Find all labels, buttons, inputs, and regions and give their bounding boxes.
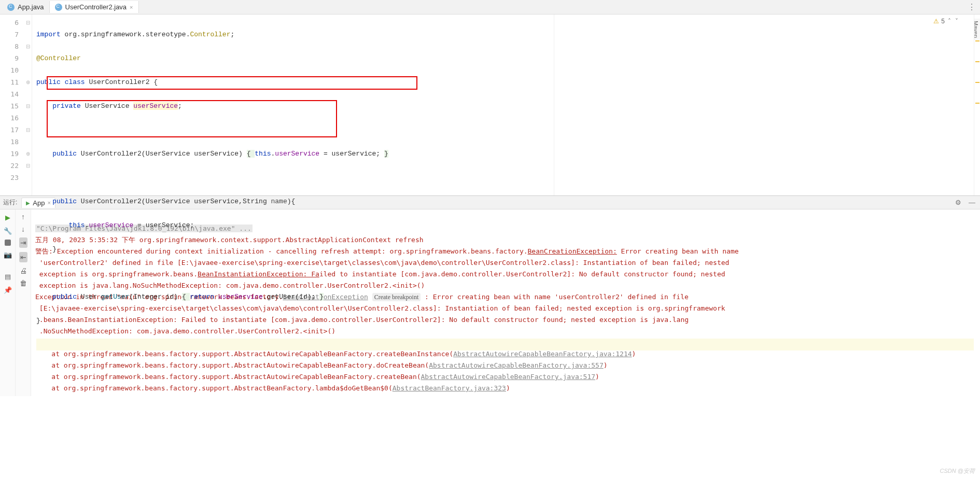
soft-wrap-icon[interactable]: ⇥	[19, 237, 27, 248]
run-label: 运行:	[3, 198, 17, 207]
close-icon[interactable]: ×	[130, 4, 133, 10]
java-class-icon	[7, 4, 15, 11]
scroll-to-end-icon[interactable]: ⇤	[19, 252, 27, 262]
pin-icon[interactable]: 📌	[3, 285, 12, 294]
code-area[interactable]: import org.springframework.stereotype.Co…	[32, 15, 974, 195]
tab-label: App.java	[18, 3, 44, 11]
stop-button[interactable]	[5, 240, 11, 246]
tab-app-java[interactable]: App.java	[2, 1, 50, 13]
code-editor[interactable]: 678 91011 141516 171819 2223 ⊟⊟ ⊕ ⊟ ⊟⊕ ⊟…	[0, 15, 980, 196]
error-stripe[interactable]	[974, 15, 980, 195]
run-toolbar-console: ↑ ↓ ⇥ ⇤ 🖨 🗑	[16, 209, 31, 396]
java-class-icon	[55, 4, 62, 11]
clear-icon[interactable]: 🗑	[20, 279, 27, 287]
prev-highlight-icon[interactable]: ˄	[947, 18, 952, 25]
wrench-icon[interactable]: 🔧	[3, 226, 12, 235]
inspection-badge[interactable]: ⚠ 5 ˄ ˅	[933, 18, 959, 25]
run-toolbar-left: ▶ 🔧 📷 ▤ 📌	[0, 209, 16, 396]
fold-gutter[interactable]: ⊟⊟ ⊕ ⊟ ⊟⊕ ⊟	[24, 15, 32, 195]
tabs-overflow-menu[interactable]: ⋮	[963, 2, 980, 12]
scroll-up-icon[interactable]: ↑	[21, 213, 25, 221]
run-ok-icon: ▶	[26, 200, 30, 206]
camera-icon[interactable]: 📷	[3, 250, 12, 259]
editor-tabs: App.java UserController2.java × ⋮	[0, 0, 980, 15]
next-highlight-icon[interactable]: ˅	[954, 18, 959, 25]
scroll-down-icon[interactable]: ↓	[21, 225, 25, 233]
warning-icon: ⚠	[933, 18, 939, 25]
rerun-button[interactable]: ▶	[3, 213, 12, 222]
print-icon[interactable]: 🖨	[20, 266, 27, 275]
tab-label: UserController2.java	[65, 3, 127, 11]
tab-usercontroller2-java[interactable]: UserController2.java ×	[50, 1, 139, 13]
line-gutter: 678 91011 141516 171819 2223	[0, 15, 24, 195]
layout-icon[interactable]: ▤	[3, 272, 12, 281]
